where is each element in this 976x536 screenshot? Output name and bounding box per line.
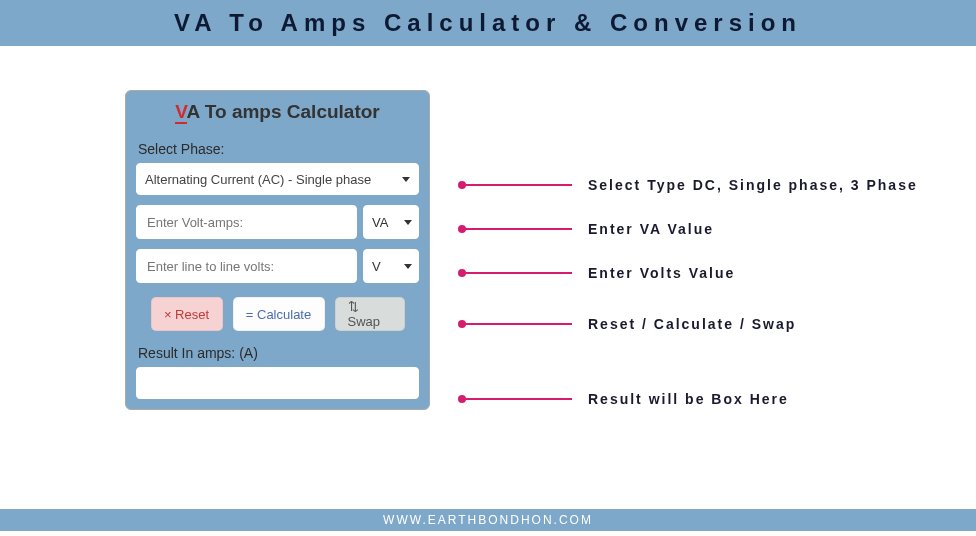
swap-button[interactable]: ⇅ Swap — [335, 297, 405, 331]
connector-line — [462, 228, 572, 230]
title-prefix: V — [175, 101, 186, 124]
volt-amps-input[interactable]: Enter Volt-amps: — [136, 205, 357, 239]
phase-label: Select Phase: — [138, 141, 419, 157]
annotation-volts: Enter Volts Value — [588, 265, 735, 281]
volts-unit-value: V — [372, 259, 381, 274]
calculator-title: VA To amps Calculator — [136, 101, 419, 123]
button-row: × Reset = Calculate ⇅ Swap — [136, 297, 419, 331]
result-label: Result In amps: (A) — [138, 345, 419, 361]
footer-text: WWW.EARTHBONDHON.COM — [383, 513, 593, 527]
calculate-button[interactable]: = Calculate — [233, 297, 325, 331]
va-unit-select[interactable]: VA — [363, 205, 419, 239]
phase-select-value: Alternating Current (AC) - Single phase — [145, 172, 371, 187]
va-unit-value: VA — [372, 215, 388, 230]
phase-select[interactable]: Alternating Current (AC) - Single phase — [136, 163, 419, 195]
page-title: VA To Amps Calculator & Conversion — [0, 9, 976, 37]
volts-input[interactable]: Enter line to line volts: — [136, 249, 357, 283]
chevron-down-icon — [402, 177, 410, 182]
connector-line — [462, 184, 572, 186]
footer-bar: WWW.EARTHBONDHON.COM — [0, 509, 976, 531]
connector-line — [462, 272, 572, 274]
title-rest: A To amps Calculator — [187, 101, 380, 122]
volts-placeholder: Enter line to line volts: — [147, 259, 274, 274]
annotation-va: Enter VA Value — [588, 221, 714, 237]
connector-line — [462, 323, 572, 325]
chevron-down-icon — [404, 220, 412, 225]
calculator-panel: VA To amps Calculator Select Phase: Alte… — [125, 90, 430, 410]
reset-button[interactable]: × Reset — [151, 297, 223, 331]
annotation-buttons: Reset / Calculate / Swap — [588, 316, 796, 332]
chevron-down-icon — [404, 264, 412, 269]
annotation-result: Result will be Box Here — [588, 391, 789, 407]
volt-amps-placeholder: Enter Volt-amps: — [147, 215, 243, 230]
volts-unit-select[interactable]: V — [363, 249, 419, 283]
connector-line — [462, 398, 572, 400]
header-bar: VA To Amps Calculator & Conversion — [0, 0, 976, 46]
annotation-phase: Select Type DC, Single phase, 3 Phase — [588, 177, 918, 193]
result-output — [136, 367, 419, 399]
